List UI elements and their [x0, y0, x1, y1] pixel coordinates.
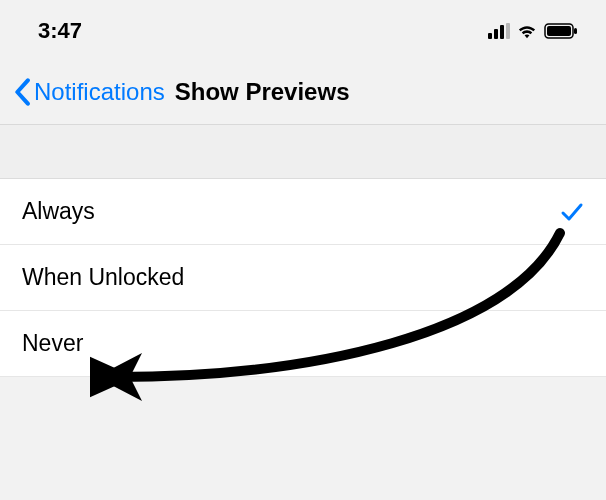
page-title: Show Previews — [175, 78, 350, 106]
option-when-unlocked[interactable]: When Unlocked — [0, 245, 606, 311]
back-button-label[interactable]: Notifications — [34, 78, 165, 106]
svg-rect-2 — [574, 28, 577, 34]
cellular-signal-icon — [488, 23, 510, 39]
option-label: When Unlocked — [22, 264, 184, 291]
status-bar: 3:47 — [0, 0, 606, 56]
options-list: Always When Unlocked Never — [0, 179, 606, 377]
option-label: Never — [22, 330, 83, 357]
status-time: 3:47 — [38, 18, 82, 44]
wifi-icon — [516, 22, 538, 40]
checkmark-icon — [560, 201, 584, 223]
navigation-bar: Notifications Show Previews — [0, 56, 606, 125]
option-always[interactable]: Always — [0, 179, 606, 245]
section-gap — [0, 125, 606, 179]
option-label: Always — [22, 198, 95, 225]
battery-icon — [544, 23, 578, 39]
option-never[interactable]: Never — [0, 311, 606, 377]
status-icons — [488, 22, 578, 40]
back-chevron-icon[interactable] — [12, 78, 32, 106]
svg-rect-1 — [547, 26, 571, 36]
